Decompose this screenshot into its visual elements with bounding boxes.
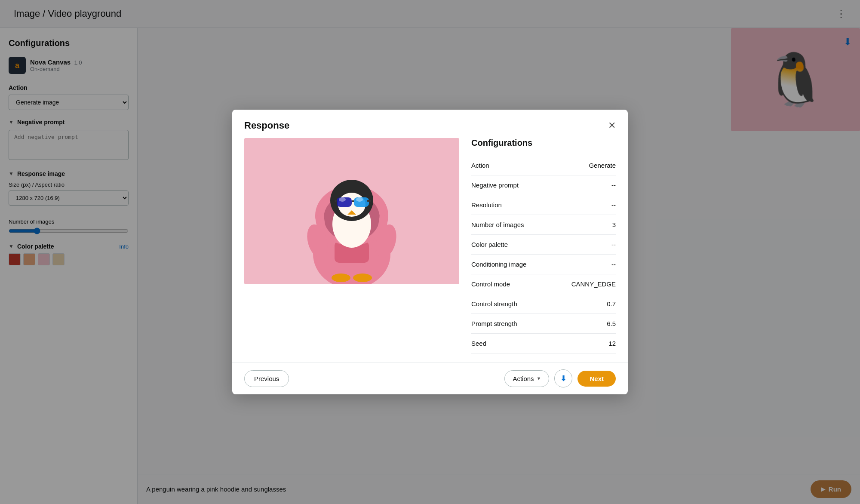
- actions-label: Actions: [513, 375, 534, 382]
- modal-close-button[interactable]: ✕: [608, 121, 616, 130]
- actions-chevron: ▼: [537, 376, 541, 381]
- config-row: Prompt strength6.5: [471, 314, 616, 334]
- footer-right: Actions ▼ ⬇ Next: [504, 369, 616, 387]
- svg-point-20: [332, 274, 350, 282]
- config-row: ActionGenerate: [471, 156, 616, 175]
- actions-button[interactable]: Actions ▼: [504, 370, 549, 387]
- config-row-value: 0.7: [558, 294, 616, 314]
- config-row: Seed12: [471, 334, 616, 353]
- modal-image-panel: [244, 138, 459, 353]
- config-row-label: Control mode: [471, 274, 558, 294]
- modal-header: Response ✕: [232, 110, 628, 138]
- page-background: Image / Video playground ⋮ Configuration…: [0, 0, 860, 504]
- svg-point-15: [339, 197, 346, 202]
- svg-point-21: [353, 274, 372, 282]
- config-row-value: --: [558, 255, 616, 274]
- config-row-label: Negative prompt: [471, 175, 558, 195]
- response-modal: Response ✕: [232, 110, 628, 394]
- previous-button[interactable]: Previous: [244, 370, 289, 387]
- svg-rect-14: [367, 200, 371, 202]
- config-row-label: Resolution: [471, 195, 558, 215]
- modal-body: Configurations ActionGenerateNegative pr…: [232, 138, 628, 362]
- config-row-value: 6.5: [558, 314, 616, 334]
- config-row: Control modeCANNY_EDGE: [471, 274, 616, 294]
- svg-rect-13: [335, 200, 337, 202]
- penguin-svg: [244, 138, 459, 284]
- config-row: Negative prompt--: [471, 175, 616, 195]
- modal-title: Response: [244, 120, 289, 131]
- config-row-label: Prompt strength: [471, 314, 558, 334]
- previous-label: Previous: [254, 375, 279, 382]
- config-row-value: 3: [558, 215, 616, 235]
- config-row-value: Generate: [558, 156, 616, 175]
- config-row-value: --: [558, 195, 616, 215]
- next-button[interactable]: Next: [577, 371, 616, 387]
- config-table: ActionGenerateNegative prompt--Resolutio…: [471, 156, 616, 353]
- svg-rect-12: [352, 200, 354, 202]
- config-row-value: 12: [558, 334, 616, 353]
- config-row: Resolution--: [471, 195, 616, 215]
- modal-download-button[interactable]: ⬇: [554, 369, 572, 387]
- config-row-label: Action: [471, 156, 558, 175]
- modal-main-image: [244, 138, 459, 284]
- modal-overlay: Response ✕: [0, 0, 860, 504]
- config-row-label: Conditioning image: [471, 255, 558, 274]
- next-label: Next: [590, 375, 604, 382]
- config-row-label: Color palette: [471, 235, 558, 255]
- config-row-label: Control strength: [471, 294, 558, 314]
- config-row: Color palette--: [471, 235, 616, 255]
- svg-point-16: [356, 197, 363, 202]
- modal-config-panel: Configurations ActionGenerateNegative pr…: [459, 138, 616, 353]
- config-row: Conditioning image--: [471, 255, 616, 274]
- config-row-value: --: [558, 175, 616, 195]
- config-panel-title: Configurations: [471, 138, 616, 148]
- config-row-label: Seed: [471, 334, 558, 353]
- config-row: Control strength0.7: [471, 294, 616, 314]
- modal-footer: Previous Actions ▼ ⬇ Next: [232, 362, 628, 394]
- download-icon: ⬇: [560, 374, 567, 383]
- config-row: Number of images3: [471, 215, 616, 235]
- config-row-label: Number of images: [471, 215, 558, 235]
- config-row-value: CANNY_EDGE: [558, 274, 616, 294]
- config-row-value: --: [558, 235, 616, 255]
